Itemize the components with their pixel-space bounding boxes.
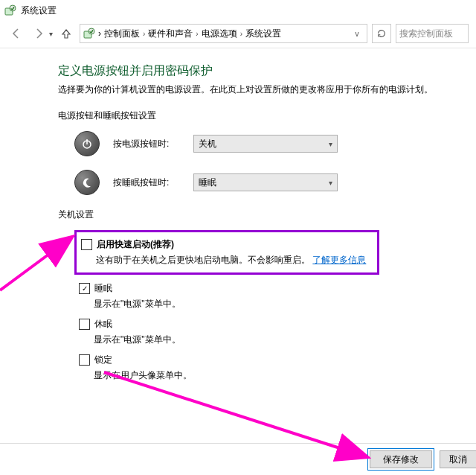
section-shutdown: 关机设置: [58, 208, 476, 221]
app-icon: [4, 4, 16, 16]
content-area: 定义电源按钮并启用密码保护 选择要为你的计算机设置的电源设置。在此页上对设置所做…: [0, 48, 476, 382]
cancel-button[interactable]: 取消: [440, 450, 476, 468]
lock-desc: 显示在用户头像菜单中。: [94, 369, 476, 382]
checkbox-fast-startup[interactable]: [81, 239, 92, 250]
checkbox-label-fast-startup: 启用快速启动(推荐): [97, 238, 174, 251]
window-title: 系统设置: [21, 4, 57, 17]
chevron-down-icon: ▾: [329, 140, 332, 148]
chevron-right-icon: ›: [143, 30, 145, 38]
checkbox-label-sleep: 睡眠: [94, 282, 112, 295]
chevron-down-icon: ▾: [329, 179, 332, 187]
breadcrumb-label: 硬件和声音: [148, 28, 193, 40]
breadcrumb-item[interactable]: 控制面板 ›: [104, 28, 145, 40]
highlight-fast-startup: 启用快速启动(推荐) 这有助于在关机之后更快地启动电脑。不会影响重启。 了解更多…: [74, 230, 379, 275]
checkbox-lock[interactable]: [79, 354, 90, 366]
checkbox-hibernate[interactable]: [79, 319, 90, 330]
page-subheading: 选择要为你的计算机设置的电源设置。在此页上对设置所做的更改将应用于你所有的电源计…: [58, 83, 476, 96]
up-button[interactable]: [57, 25, 75, 42]
address-bar[interactable]: › 控制面板 › 硬件和声音 › 电源选项 › 系统设置 v: [80, 24, 367, 43]
chevron-right-icon: ›: [196, 30, 198, 38]
fast-startup-desc: 这有助于在关机之后更快地启动电脑。不会影响重启。 了解更多信息: [96, 254, 377, 267]
address-icon: [83, 28, 95, 39]
breadcrumb-item[interactable]: 电源选项 ›: [202, 28, 242, 40]
nav-bar: ▾ › 控制面板 › 硬件和声音 › 电源选项 › 系统设置 v: [0, 21, 476, 46]
back-button[interactable]: [7, 25, 25, 42]
search-placeholder: 搜索控制面板: [399, 28, 453, 40]
checkbox-label-hibernate: 休眠: [94, 318, 112, 331]
learn-more-link[interactable]: 了解更多信息: [312, 255, 366, 265]
chevron-right-icon: ›: [98, 28, 101, 39]
forward-button[interactable]: [30, 25, 48, 42]
title-bar: 系统设置: [0, 0, 476, 21]
page-heading: 定义电源按钮并启用密码保护: [58, 63, 476, 79]
section-power-buttons: 电源按钮和睡眠按钮设置: [58, 109, 476, 122]
chevron-right-icon: ›: [240, 30, 242, 38]
hibernate-desc: 显示在"电源"菜单中。: [94, 334, 476, 346]
breadcrumb-item[interactable]: 硬件和声音 ›: [148, 28, 198, 40]
sleep-button-row: 按睡眠按钮时: 睡眠 ▾: [74, 170, 476, 195]
power-button-select[interactable]: 关机 ▾: [193, 135, 338, 153]
history-dropdown-icon[interactable]: ▾: [49, 30, 53, 38]
address-dropdown-icon[interactable]: v: [350, 25, 364, 42]
select-value: 睡眠: [199, 176, 216, 189]
search-input[interactable]: 搜索控制面板: [396, 24, 469, 43]
sleep-desc: 显示在"电源"菜单中。: [94, 298, 476, 310]
svg-point-3: [89, 28, 94, 34]
power-button-label: 按电源按钮时:: [113, 138, 180, 150]
breadcrumb-label: 系统设置: [245, 28, 281, 40]
sleep-button-select[interactable]: 睡眠 ▾: [193, 173, 338, 191]
breadcrumb-label: 电源选项: [202, 28, 237, 40]
sleep-icon: [74, 170, 100, 195]
refresh-button[interactable]: [372, 24, 391, 43]
select-value: 关机: [199, 138, 216, 150]
svg-point-1: [10, 5, 16, 11]
footer-bar: 保存修改 取消: [0, 443, 476, 475]
save-button[interactable]: 保存修改: [370, 450, 432, 468]
breadcrumb-label: 控制面板: [104, 28, 140, 40]
checkbox-sleep[interactable]: [79, 283, 90, 294]
checkbox-label-lock: 锁定: [94, 354, 112, 366]
power-icon: [74, 131, 100, 156]
breadcrumb-item[interactable]: 系统设置: [245, 28, 281, 40]
power-button-row: 按电源按钮时: 关机 ▾: [74, 131, 476, 156]
sleep-button-label: 按睡眠按钮时:: [113, 176, 180, 189]
